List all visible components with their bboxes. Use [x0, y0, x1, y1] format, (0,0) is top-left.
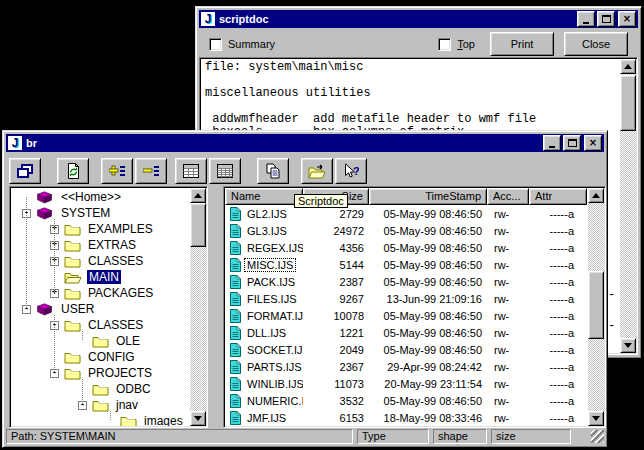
- tree-item-examples[interactable]: +EXAMPLES: [12, 221, 190, 237]
- file-row-gl3-ijs[interactable]: GL3.IJS2497205-May-99 08:46:50rw------a: [225, 222, 588, 239]
- browser-minimize-button[interactable]: [543, 135, 561, 151]
- top-checkbox[interactable]: Top: [438, 38, 475, 51]
- scriptdoc-titlebar[interactable]: J scriptdoc ×: [199, 10, 638, 28]
- print-button[interactable]: Print: [490, 32, 554, 56]
- tree-item-odbc[interactable]: ODBC: [12, 381, 190, 397]
- tree-item-system[interactable]: -SYSTEM: [12, 205, 190, 221]
- file-name-cell[interactable]: PARTS.IJS: [225, 360, 303, 374]
- resize-grip[interactable]: [591, 430, 604, 443]
- file-name-cell[interactable]: GL3.IJS: [225, 224, 303, 238]
- tree-item-label[interactable]: EXAMPLES: [86, 222, 155, 236]
- tree-item-ole[interactable]: OLE: [12, 333, 190, 349]
- column-header-name[interactable]: Name: [225, 188, 303, 205]
- tree-item-jnav[interactable]: -jnav: [12, 397, 190, 413]
- tree-item-home[interactable]: <<Home>>: [12, 189, 190, 205]
- scriptdoc-minimize-button[interactable]: [577, 11, 595, 27]
- tree-item-label[interactable]: CLASSES: [86, 254, 145, 268]
- tree-item-label[interactable]: images: [142, 414, 185, 426]
- tree-item-classes[interactable]: -CLASSES: [12, 317, 190, 333]
- scriptdoc-close-button[interactable]: ×: [618, 11, 636, 27]
- tree-item-label[interactable]: ODBC: [114, 382, 153, 396]
- copy-button[interactable]: [257, 158, 289, 184]
- file-name-cell[interactable]: JMF.IJS: [225, 411, 303, 425]
- scroll-up-button[interactable]: [588, 188, 604, 203]
- open-script-button[interactable]: [301, 158, 333, 184]
- refresh-script-button[interactable]: [57, 158, 89, 184]
- file-row-winlib-ijs[interactable]: WINLIB.IJS1107320-May-99 23:11:54rw-----…: [225, 375, 588, 392]
- tree-item-images[interactable]: images: [12, 413, 190, 426]
- tree-item-label[interactable]: USER: [59, 302, 96, 316]
- collapse-node-button[interactable]: [135, 158, 167, 184]
- file-row-jmf-ijs[interactable]: JMF.IJS615318-May-99 08:33:46rw------a: [225, 409, 588, 426]
- file-row-pack-ijs[interactable]: PACK.IJS238705-May-99 08:46:50rw------a: [225, 273, 588, 290]
- column-header-acc[interactable]: Acc...: [487, 188, 529, 205]
- file-name-cell[interactable]: WINLIB.IJS: [225, 377, 303, 391]
- scroll-up-button[interactable]: [620, 59, 636, 74]
- scroll-up-button[interactable]: [190, 188, 206, 203]
- tree-item-label[interactable]: jnav: [114, 398, 140, 412]
- doc-close-button[interactable]: Close: [564, 32, 628, 56]
- tree-item-label[interactable]: PACKAGES: [86, 286, 155, 300]
- table-view-button[interactable]: [175, 158, 207, 184]
- checkbox-box[interactable]: [438, 38, 451, 51]
- tree-item-projects[interactable]: -PROJECTS: [12, 365, 190, 381]
- file-list-scrollbar[interactable]: [588, 188, 604, 426]
- file-row-files-ijs[interactable]: FILES.IJS926713-Jun-99 21:09:16rw------a: [225, 290, 588, 307]
- tree-item-config[interactable]: CONFIG: [12, 349, 190, 365]
- pane-splitter[interactable]: [206, 186, 223, 426]
- tree-item-label[interactable]: <<Home>>: [59, 190, 123, 204]
- tree-item-label[interactable]: MAIN: [87, 270, 121, 284]
- file-name-cell[interactable]: SOCKET.IJS: [225, 343, 303, 357]
- context-help-button[interactable]: ?: [335, 158, 367, 184]
- file-name-cell[interactable]: MISC.IJS: [225, 258, 303, 272]
- scroll-down-button[interactable]: [190, 411, 206, 426]
- grid-view-button[interactable]: [209, 158, 241, 184]
- scriptdoc-maximize-button[interactable]: [597, 11, 615, 27]
- file-size: 1221: [303, 327, 369, 339]
- expand-node-button[interactable]: [101, 158, 133, 184]
- file-row-regex-ijs[interactable]: REGEX.IJS435605-May-99 08:46:50rw------a: [225, 239, 588, 256]
- file-list-pane[interactable]: NameSizeTimeStampAcc...Attr GL2.IJS27290…: [223, 186, 606, 428]
- file-row-numeric-ijs[interactable]: NUMERIC.IJS353205-May-99 08:46:50rw-----…: [225, 392, 588, 409]
- file-name-cell[interactable]: FILES.IJS: [225, 292, 303, 306]
- file-row-misc-ijs[interactable]: MISC.IJS514405-May-99 08:46:50rw------a: [225, 256, 588, 273]
- file-row-parts-ijs[interactable]: PARTS.IJS236729-Apr-99 08:24:42rw------a: [225, 358, 588, 375]
- scrollbar-thumb[interactable]: [620, 75, 636, 131]
- tree-scrollbar[interactable]: [190, 188, 206, 426]
- file-name-cell[interactable]: NUMERIC.IJS: [225, 394, 303, 408]
- file-name-cell[interactable]: FORMAT.IJS: [225, 309, 303, 323]
- tree-item-label[interactable]: SYSTEM: [59, 206, 112, 220]
- tree-item-label[interactable]: OLE: [114, 334, 142, 348]
- file-name-cell[interactable]: DLL.IJS: [225, 326, 303, 340]
- browser-maximize-button[interactable]: [563, 135, 581, 151]
- tree-item-label[interactable]: CONFIG: [86, 350, 137, 364]
- scrollbar-thumb[interactable]: [190, 203, 206, 247]
- file-row-gl2-ijs[interactable]: GL2.IJS272905-May-99 08:46:50rw------a: [225, 205, 588, 222]
- tree-item-main[interactable]: MAIN: [12, 269, 190, 285]
- browser-close-button[interactable]: ×: [584, 135, 602, 151]
- tree-item-packages[interactable]: +PACKAGES: [12, 285, 190, 301]
- file-row-format-ijs[interactable]: FORMAT.IJS1007805-May-99 08:46:50rw-----…: [225, 307, 588, 324]
- file-name-cell[interactable]: REGEX.IJS: [225, 241, 303, 255]
- tree-item-label[interactable]: PROJECTS: [86, 366, 154, 380]
- column-header-attr[interactable]: Attr: [529, 188, 587, 205]
- document-scrollbar[interactable]: [620, 59, 636, 353]
- column-header-timestamp[interactable]: TimeStamp: [369, 188, 487, 205]
- folder-tree-pane[interactable]: <<Home>>-SYSTEM+EXAMPLES+EXTRAS+CLASSESM…: [9, 186, 208, 428]
- scroll-down-button[interactable]: [588, 411, 604, 426]
- file-name-cell[interactable]: PACK.IJS: [225, 275, 303, 289]
- tree-item-label[interactable]: EXTRAS: [86, 238, 138, 252]
- browser-titlebar[interactable]: J br ×: [6, 134, 604, 152]
- scroll-down-button[interactable]: [620, 338, 636, 353]
- tree-item-extras[interactable]: +EXTRAS: [12, 237, 190, 253]
- cascade-windows-button[interactable]: [9, 158, 41, 184]
- summary-checkbox[interactable]: Summary: [209, 38, 275, 51]
- tree-item-classes[interactable]: +CLASSES: [12, 253, 190, 269]
- file-row-socket-ijs[interactable]: SOCKET.IJS204905-May-99 08:46:50rw------…: [225, 341, 588, 358]
- tree-item-label[interactable]: CLASSES: [86, 318, 145, 332]
- tree-item-user[interactable]: -USER: [12, 301, 190, 317]
- checkbox-box[interactable]: [209, 38, 222, 51]
- file-name-cell[interactable]: GL2.IJS: [225, 207, 303, 221]
- file-row-dll-ijs[interactable]: DLL.IJS122105-May-99 08:46:50rw------a: [225, 324, 588, 341]
- scrollbar-thumb[interactable]: [588, 271, 604, 339]
